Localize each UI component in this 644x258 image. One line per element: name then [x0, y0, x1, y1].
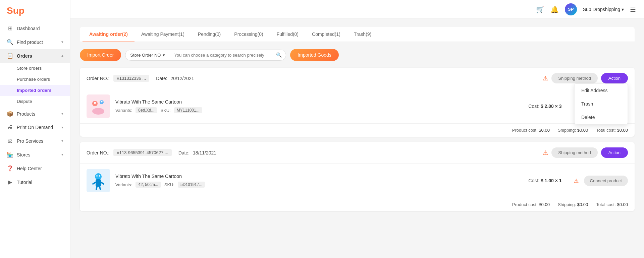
- svg-line-12: [100, 187, 100, 189]
- sidebar-subitem-purchase-orders[interactable]: Purchase orders: [0, 74, 70, 85]
- shipping-cost-val: $0.00: [577, 202, 588, 207]
- user-menu[interactable]: Sup Dropshipping ▾: [583, 7, 624, 12]
- content-area: Awaiting order(2) Awaiting Payment(1) Pe…: [70, 19, 644, 258]
- products-icon: 📦: [7, 111, 13, 117]
- sidebar-item-find-product[interactable]: 🔍 Find product ▾: [0, 35, 70, 49]
- svg-point-14: [99, 175, 100, 177]
- variant-value: 8ed,Xd...: [136, 107, 157, 113]
- tab-pending[interactable]: Pending(0): [191, 27, 228, 42]
- dashboard-icon: ⊞: [7, 25, 13, 31]
- search-select[interactable]: Store Order NO ▾: [125, 50, 170, 60]
- product-thumbnail-1: [88, 96, 108, 116]
- cost-label: Cost:: [528, 104, 539, 109]
- order-footer-1: Product cost: $0.00 Shipping: $0.00 Tota…: [80, 123, 635, 137]
- action-dropdown-wrapper: Action Edit Address Trash Delete: [601, 73, 628, 83]
- order-product-1: Vibrato With The Same Cartoon Variants: …: [80, 89, 635, 123]
- subnav-label: Purchase orders: [17, 77, 50, 82]
- connect-product-button[interactable]: Connect product: [584, 176, 628, 186]
- import-order-button[interactable]: Import Order: [80, 49, 121, 61]
- sidebar-subitem-imported-orders[interactable]: Imported orders: [0, 85, 70, 96]
- shipping-method-button[interactable]: Shipping method: [551, 147, 598, 158]
- subnav-label: Imported orders: [17, 88, 52, 93]
- shipping-cost-label: Shipping: $0.00: [558, 202, 588, 207]
- shipping-method-button[interactable]: Shipping method: [551, 73, 598, 83]
- total-cost-label: Total cost: $0.00: [596, 202, 628, 207]
- dropdown-item-delete[interactable]: Delete: [575, 111, 628, 124]
- order-actions-2: ⚠ Shipping method Action: [543, 147, 628, 158]
- tab-fulfilled[interactable]: Fulfilled(0): [270, 27, 305, 42]
- stores-icon: 🏪: [7, 151, 13, 158]
- order-card-1: Order NO.: #131312336 ... Date: 20/12/20…: [80, 68, 635, 137]
- search-icon: 🔍: [7, 39, 13, 45]
- product-cost: Cost: $ 1.00 × 1: [528, 178, 561, 183]
- sku-value: 5D101917...: [178, 182, 205, 188]
- user-name: Sup Dropshipping: [583, 7, 620, 12]
- sku-label: SKU:: [164, 182, 174, 187]
- sidebar-item-label: Tutorial: [17, 180, 32, 185]
- search-icon: 🔍: [276, 52, 286, 58]
- cost-label: Cost:: [528, 178, 539, 183]
- action-dropdown: Edit Address Trash Delete: [574, 83, 628, 124]
- order-header-1: Order NO.: #131312336 ... Date: 20/12/20…: [80, 68, 635, 89]
- total-cost-label: Total cost: $0.00: [596, 128, 628, 133]
- warning-icon-product: ⚠: [574, 178, 579, 184]
- tab-processing[interactable]: Processing(0): [227, 27, 270, 42]
- dropdown-item-edit-address[interactable]: Edit Address: [575, 84, 628, 97]
- warning-icon: ⚠: [543, 75, 548, 82]
- product-info-1: Vibrato With The Same Cartoon Variants: …: [115, 99, 516, 113]
- bell-icon[interactable]: 🔔: [550, 5, 559, 13]
- sidebar-item-stores[interactable]: 🏪 Stores ▾: [0, 148, 70, 162]
- tab-completed[interactable]: Completed(1): [305, 27, 347, 42]
- product-cost: Cost: $ 2.00 × 3: [528, 104, 561, 109]
- sidebar-item-label: Find product: [17, 40, 43, 45]
- sidebar-item-pro-services[interactable]: ⚖ Pro Services ▾: [0, 134, 70, 148]
- sidebar-subitem-store-orders[interactable]: Store orders: [0, 63, 70, 74]
- sidebar-item-label: Orders: [17, 53, 32, 59]
- search-box: Store Order NO ▾ 🔍: [125, 50, 286, 61]
- search-input[interactable]: [170, 50, 276, 60]
- sidebar-subitem-dispute[interactable]: Dispute: [0, 96, 70, 107]
- product-info-2: Vibrato With The Same Cartoon Variants: …: [115, 174, 516, 188]
- tab-awaiting-order[interactable]: Awaiting order(2): [83, 27, 135, 42]
- svg-point-7: [95, 173, 102, 180]
- sidebar-item-dashboard[interactable]: ⊞ Dashboard: [0, 21, 70, 35]
- cost-value: $ 2.00 × 3: [541, 104, 562, 109]
- product-cost-label: Product cost: $0.00: [512, 128, 550, 133]
- total-cost-val: $0.00: [617, 128, 628, 133]
- topbar-menu-icon[interactable]: ☰: [630, 5, 636, 13]
- chevron-down-icon: ▾: [61, 152, 63, 157]
- tutorial-icon: ▶: [7, 179, 13, 185]
- dropdown-item-trash[interactable]: Trash: [575, 97, 628, 111]
- sidebar-item-label: Stores: [17, 152, 30, 157]
- sidebar-item-label: Pro Services: [17, 138, 43, 144]
- print-icon: 🖨: [7, 124, 13, 130]
- sidebar-item-products[interactable]: 📦 Products ▾: [0, 107, 70, 121]
- product-name: Vibrato With The Same Cartoon: [115, 99, 516, 105]
- sidebar-item-help-center[interactable]: ❓ Help Center: [0, 162, 70, 175]
- help-icon: ❓: [7, 165, 13, 172]
- product-cost-val: $0.00: [539, 128, 550, 133]
- sidebar-item-orders[interactable]: 📋 Orders ▴: [0, 49, 70, 63]
- tab-awaiting-payment[interactable]: Awaiting Payment(1): [135, 27, 191, 42]
- sidebar-item-tutorial[interactable]: ▶ Tutorial: [0, 175, 70, 189]
- action-button[interactable]: Action: [601, 73, 628, 83]
- svg-line-11: [96, 187, 97, 189]
- product-meta: Variants: 42, 50cm... SKU: 5D101917...: [115, 182, 516, 188]
- cost-value: $ 1.00 × 1: [541, 178, 562, 183]
- tab-trash[interactable]: Trash(9): [347, 27, 378, 42]
- order-date-label: Date: 18/11/2021: [178, 150, 216, 155]
- product-image-2: [87, 169, 110, 192]
- imported-goods-button[interactable]: Imported Goods: [290, 49, 338, 61]
- svg-point-5: [101, 101, 103, 103]
- action-button[interactable]: Action: [601, 147, 628, 158]
- logo-text: Sup: [7, 5, 24, 16]
- shipping-cost-val: $0.00: [577, 128, 588, 133]
- order-product-2: Vibrato With The Same Cartoon Variants: …: [80, 164, 635, 198]
- chevron-down-icon: ▾: [163, 53, 165, 58]
- sidebar-item-print-on-demand[interactable]: 🖨 Print On Demand ▾: [0, 121, 70, 134]
- cart-icon[interactable]: 🛒: [536, 5, 544, 13]
- avatar[interactable]: SP: [565, 3, 577, 15]
- product-cost-val: $0.00: [539, 202, 550, 207]
- order-card-2: Order NO.: #113-9655391-4570627 ... Date…: [80, 142, 635, 211]
- order-header-2: Order NO.: #113-9655391-4570627 ... Date…: [80, 142, 635, 164]
